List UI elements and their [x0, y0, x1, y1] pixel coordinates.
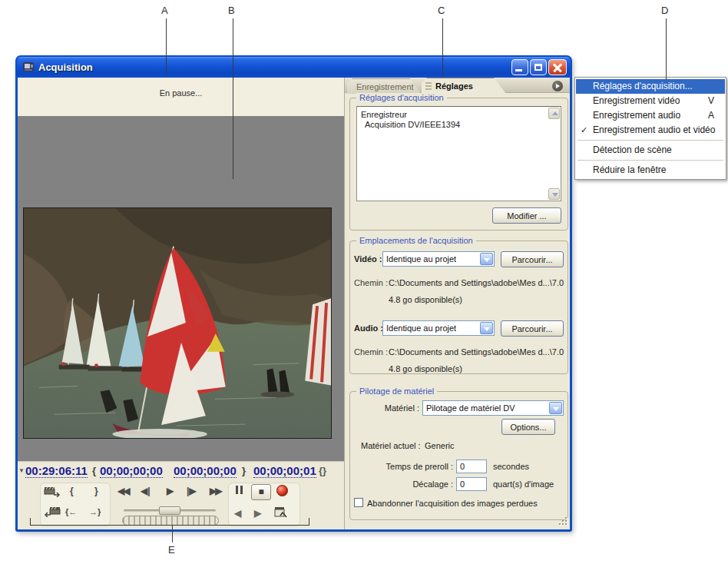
maximize-button[interactable] — [530, 59, 547, 75]
video-browse-button[interactable]: Parcourir... — [501, 251, 564, 267]
device-label: Matériel : — [350, 403, 419, 413]
callout-b-line — [233, 18, 233, 179]
current-device-value: Generic — [425, 441, 455, 450]
callout-a-line — [166, 18, 167, 75]
status-bar: En pause... — [18, 78, 344, 116]
scene-detect-icon[interactable] — [274, 506, 288, 519]
rewind-tape-icon[interactable] — [44, 506, 61, 517]
resize-grip[interactable] — [559, 517, 567, 525]
close-button[interactable] — [548, 59, 567, 75]
chevron-down-icon — [553, 407, 559, 411]
minimize-icon — [515, 69, 522, 71]
video-preview — [23, 207, 332, 439]
combo-dropdown-button[interactable] — [549, 402, 562, 414]
record-button[interactable] — [276, 485, 288, 496]
audio-location-label: Audio : — [354, 323, 383, 333]
callout-d: D — [661, 5, 668, 16]
duration-icon: {} — [319, 465, 326, 476]
audio-path-value: C:\Documents and Settings\adobe\Mes d...… — [389, 347, 564, 357]
combo-dropdown-button[interactable] — [480, 253, 493, 265]
goto-out-button[interactable]: →} — [89, 506, 101, 517]
chevron-down-icon — [484, 327, 490, 331]
callout-e-stem — [172, 525, 173, 542]
offset-label: Décalage : — [350, 479, 453, 489]
capture-locations-group: Emplacements de l'acquisition Vidéo : Id… — [349, 241, 568, 374]
menu-item-reduire-la-fenetre[interactable]: Réduire la fenêtre — [576, 163, 725, 177]
callout-c: C — [438, 5, 445, 16]
acquisition-window-icon — [22, 61, 35, 73]
menu-item-enregistrement-video[interactable]: Enregistrement vidéoV — [576, 94, 725, 108]
panel-menu-button[interactable] — [552, 81, 563, 91]
menu-separator — [577, 160, 723, 161]
capture-settings-title: Réglages d'acquisition — [356, 93, 447, 102]
fast-forward-button[interactable]: ▶▶ — [210, 486, 220, 496]
preroll-label: Temps de preroll : — [350, 462, 453, 471]
callout-e-tick-left — [30, 518, 31, 525]
transport-area: ▼ 00:29:06:11 { 00;00;00;00 00;00;00;00 … — [18, 461, 344, 529]
stop-button[interactable]: ■ — [251, 484, 271, 500]
titlebar[interactable]: Acquisition — [17, 57, 571, 78]
preview-pane: En pause... — [18, 78, 344, 529]
combo-dropdown-button[interactable] — [480, 322, 493, 334]
slow-reverse-button[interactable]: ◀ — [234, 508, 241, 519]
checkmark-icon: ✓ — [581, 123, 587, 138]
menu-separator — [577, 140, 723, 141]
scroll-up-button[interactable] — [548, 108, 560, 119]
set-out-button[interactable]: } — [94, 486, 98, 496]
scroll-down-button[interactable] — [548, 188, 560, 200]
video-path-value: C:\Documents and Settings\adobe\Mes d...… — [389, 278, 564, 287]
window-title: Acquisition — [38, 61, 93, 73]
out-timecode[interactable]: 00;00;00;00 — [174, 464, 237, 478]
timecode-marker-icon: ▼ — [18, 467, 25, 474]
panel-menu-arrow-icon — [556, 84, 560, 88]
device-combo[interactable]: Pilotage de matériel DV — [422, 400, 564, 416]
abort-dropped-checkbox[interactable] — [354, 498, 363, 507]
shortcut-a: A — [708, 108, 714, 123]
set-in-button[interactable]: { — [70, 486, 74, 496]
audio-browse-button[interactable]: Parcourir... — [501, 320, 564, 337]
callout-b: B — [228, 5, 235, 16]
capture-settings-list[interactable]: Enregistreur Acquisition DV/IEEE1394 — [356, 106, 561, 201]
options-button[interactable]: Options... — [501, 419, 555, 435]
scroll-up-icon — [552, 111, 558, 115]
video-path-label: Chemin : — [354, 278, 388, 287]
device-control-title: Pilotage de matériel — [356, 387, 437, 396]
capture-format-line: Acquisition DV/IEEE1394 — [365, 120, 460, 129]
pause-button[interactable] — [236, 486, 245, 496]
callout-d-line — [666, 18, 667, 80]
video-location-combo[interactable]: Identique au projet — [382, 251, 495, 267]
offset-input[interactable] — [456, 477, 487, 491]
callout-e-tick-right — [309, 518, 309, 525]
tab-enregistrement[interactable]: Enregistrement — [347, 78, 421, 94]
tab-reglages[interactable]: Réglages — [422, 78, 506, 94]
video-free-space: 4.8 go disponible(s) — [389, 295, 462, 304]
in-timecode[interactable]: 00;00;00;00 — [100, 464, 163, 478]
play-button[interactable]: ▶ — [167, 486, 174, 496]
callout-a: A — [161, 5, 168, 16]
menu-item-reglages-acquisition[interactable]: Réglages d'acquisition... — [576, 79, 725, 94]
step-back-button[interactable]: ◀| — [141, 486, 151, 496]
tab-strip: Enregistrement Réglages — [345, 78, 570, 93]
menu-item-detection-de-scene[interactable]: Détection de scène — [576, 143, 725, 158]
modify-button[interactable]: Modifier ... — [492, 207, 561, 224]
sailboat-scene — [24, 208, 331, 438]
current-timecode[interactable]: 00:29:06:11 — [25, 464, 88, 478]
duration-timecode[interactable]: 00;00;00;01 — [253, 464, 316, 478]
page: A B C D E Acquisition En pause. — [0, 0, 728, 564]
audio-location-combo[interactable]: Identique au projet — [382, 320, 495, 336]
menu-item-enregistrement-audio-video[interactable]: ✓Enregistrement audio et vidéo — [576, 123, 725, 138]
acquisition-window: Acquisition En pause... — [15, 55, 572, 532]
rewind-button[interactable]: ◀◀ — [117, 486, 128, 496]
shuttle-handle[interactable] — [159, 506, 180, 515]
slow-play-button[interactable]: ▶ — [254, 508, 261, 519]
step-forward-button[interactable]: |▶ — [187, 486, 197, 496]
preroll-input[interactable] — [456, 459, 487, 473]
pause-icon — [236, 486, 238, 494]
out-brace: } — [242, 465, 246, 476]
tab-grip — [425, 82, 432, 91]
current-device-label: Matériel actuel : — [361, 441, 421, 450]
eject-icon[interactable] — [44, 486, 61, 497]
menu-item-enregistrement-audio[interactable]: Enregistrement audioA — [576, 108, 725, 123]
goto-in-button[interactable]: {← — [65, 506, 77, 517]
minimize-button[interactable] — [511, 59, 528, 75]
